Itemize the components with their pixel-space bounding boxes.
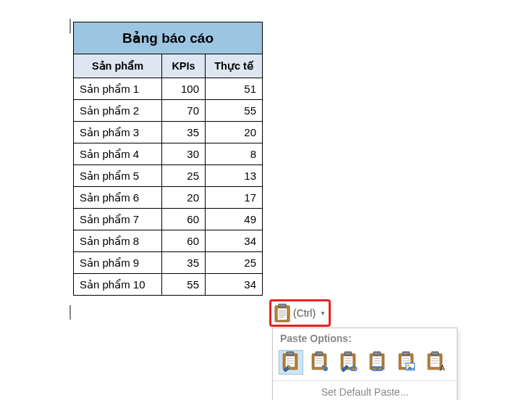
- svg-text:A: A: [439, 362, 444, 371]
- paste-options-menu: Paste Options: A Set Default Paste...: [272, 328, 457, 400]
- cell-product[interactable]: Sản phẩm 2: [74, 100, 162, 122]
- table-row: Sản phẩm 86034: [74, 230, 263, 252]
- paste-option-keep-source-formatting[interactable]: [279, 350, 303, 375]
- table-row: Sản phẩm 52513: [74, 165, 263, 187]
- cell-product[interactable]: Sản phẩm 1: [74, 78, 162, 100]
- clipboard-icon: [398, 351, 415, 374]
- clipboard-icon: [274, 304, 290, 322]
- report-table: Bảng báo cáo Sản phẩm KPIs Thực tế Sản p…: [73, 22, 263, 296]
- svg-rect-21: [343, 355, 353, 367]
- cell-product[interactable]: Sản phẩm 5: [74, 165, 162, 187]
- cell-actual[interactable]: 51: [206, 78, 263, 100]
- cell-actual[interactable]: 49: [206, 209, 263, 230]
- svg-rect-44: [430, 355, 440, 367]
- table-row: Sản phẩm 110051: [74, 78, 263, 100]
- clipboard-icon: [282, 351, 300, 374]
- paste-option-picture[interactable]: [394, 350, 419, 375]
- clipboard-icon: [311, 351, 329, 374]
- cell-product[interactable]: Sản phẩm 6: [74, 187, 162, 209]
- cell-actual[interactable]: 17: [206, 187, 263, 209]
- paste-option-link-keep-source[interactable]: [366, 350, 390, 375]
- cell-kpis[interactable]: 60: [162, 209, 206, 230]
- cell-kpis[interactable]: 35: [162, 122, 206, 143]
- cell-kpis[interactable]: 70: [162, 100, 206, 122]
- cell-actual[interactable]: 34: [206, 230, 263, 252]
- svg-rect-8: [285, 355, 295, 367]
- cell-kpis[interactable]: 25: [162, 165, 206, 187]
- svg-rect-29: [373, 351, 381, 355]
- svg-rect-1: [277, 308, 287, 320]
- set-default-paste[interactable]: Set Default Paste...: [273, 380, 457, 400]
- clipboard-icon: [340, 351, 358, 374]
- cell-product[interactable]: Sản phẩm 7: [74, 209, 162, 230]
- paste-option-use-destination-styles[interactable]: [337, 350, 361, 375]
- chevron-down-icon: ▼: [320, 310, 326, 317]
- cell-kpis[interactable]: 55: [162, 274, 206, 296]
- cell-product[interactable]: Sản phẩm 9: [74, 252, 162, 274]
- cell-kpis[interactable]: 30: [162, 143, 206, 165]
- paste-options-button[interactable]: (Ctrl) ▼: [274, 304, 326, 322]
- svg-rect-37: [402, 351, 410, 355]
- header-actual: Thực tế: [206, 54, 263, 78]
- svg-rect-22: [345, 351, 352, 355]
- paste-option-merge-formatting[interactable]: [308, 350, 332, 375]
- clipboard-icon: A: [427, 351, 444, 374]
- cell-actual[interactable]: 20: [206, 122, 263, 143]
- svg-rect-16: [316, 351, 323, 355]
- table-row: Sản phẩm 76049: [74, 209, 263, 230]
- header-product: Sản phẩm: [74, 54, 162, 78]
- table-row: Sản phẩm 93525: [74, 252, 263, 274]
- table-row: Sản phẩm 62017: [74, 187, 263, 209]
- cell-actual[interactable]: 13: [206, 165, 263, 187]
- svg-rect-45: [431, 351, 439, 355]
- table-title: Bảng báo cáo: [74, 22, 263, 54]
- cell-actual[interactable]: 55: [206, 100, 263, 122]
- svg-point-42: [408, 364, 410, 366]
- paste-options-button-highlight: (Ctrl) ▼: [269, 299, 331, 327]
- svg-rect-9: [287, 351, 294, 355]
- header-kpis: KPIs: [162, 54, 206, 78]
- clipboard-icon: [369, 351, 387, 374]
- paste-options-header: Paste Options:: [273, 328, 457, 347]
- table-row: Sản phẩm 4308: [74, 143, 263, 165]
- svg-rect-28: [372, 355, 382, 367]
- text-cursor: [69, 305, 71, 320]
- cell-kpis[interactable]: 35: [162, 252, 206, 274]
- svg-rect-2: [279, 304, 286, 307]
- paste-button-label: (Ctrl): [293, 307, 316, 319]
- cell-product[interactable]: Sản phẩm 3: [74, 122, 162, 143]
- cell-product[interactable]: Sản phẩm 4: [74, 143, 162, 165]
- cell-kpis[interactable]: 20: [162, 187, 206, 209]
- cell-product[interactable]: Sản phẩm 8: [74, 230, 162, 252]
- cell-actual[interactable]: 34: [206, 274, 263, 296]
- table-row: Sản phẩm 105534: [74, 274, 263, 296]
- cell-actual[interactable]: 25: [206, 252, 263, 274]
- cell-product[interactable]: Sản phẩm 10: [74, 274, 162, 296]
- cell-actual[interactable]: 8: [206, 143, 263, 165]
- table-row: Sản phẩm 33520: [74, 122, 263, 143]
- cell-kpis[interactable]: 60: [162, 230, 206, 252]
- paste-option-keep-text-only[interactable]: A: [423, 350, 448, 375]
- cell-kpis[interactable]: 100: [162, 78, 206, 100]
- text-cursor: [69, 19, 71, 33]
- table-row: Sản phẩm 27055: [74, 100, 263, 122]
